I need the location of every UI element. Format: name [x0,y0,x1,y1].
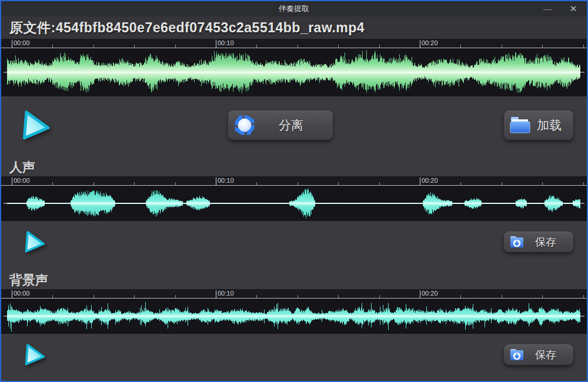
controls-background: 保存 [1,334,587,381]
source-file-label: 原文件:454fbfb8450e7e6edf07453c2a5514bb_raw… [1,16,587,39]
vocals-section-label: 人声 [1,155,587,176]
waveform-original [1,48,587,96]
waveform-vocals [1,186,587,221]
timeline-ruler-background: 00:0000:1000:20 [1,289,587,299]
save-background-button[interactable]: 保存 [504,344,573,365]
play-button-vocals[interactable] [21,229,48,256]
save-background-label: 保存 [524,348,567,362]
save-vocals-label: 保存 [524,235,567,249]
sync-icon [234,115,255,136]
titlebar: 伴奏提取 — ✕ [1,1,587,16]
separate-button-label: 分离 [255,117,327,133]
load-button[interactable]: 加载 [504,110,573,140]
save-download-icon [510,349,524,361]
controls-vocals: 保存 [1,221,587,268]
load-button-label: 加载 [531,117,567,133]
play-button-original[interactable] [18,108,54,145]
controls-original: 分离 加载 [1,96,587,155]
app-window: 伴奏提取 — ✕ 原文件:454fbfb8450e7e6edf07453c2a5… [0,0,588,382]
timeline-ruler-vocals: 00:0000:1000:20 [1,176,587,186]
play-button-background[interactable] [21,342,48,369]
close-button[interactable]: ✕ [567,1,580,16]
separate-button[interactable]: 分离 [228,110,333,140]
waveform-background [1,299,587,334]
save-download-icon [510,236,524,249]
window-title: 伴奏提取 [279,4,309,14]
background-section-label: 背景声 [1,268,587,289]
folder-icon [510,116,531,134]
timeline-ruler-original: 00:0000:1000:20 [1,39,587,48]
save-vocals-button[interactable]: 保存 [504,232,573,252]
minimize-button[interactable]: — [541,1,554,16]
